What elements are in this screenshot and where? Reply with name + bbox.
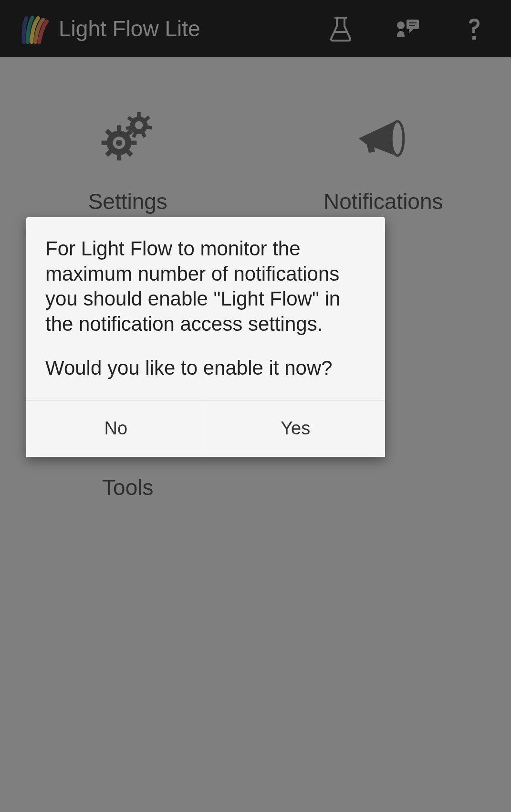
enable-access-dialog: For Light Flow to monitor the maximum nu… bbox=[26, 217, 385, 457]
dialog-message: For Light Flow to monitor the maximum nu… bbox=[26, 217, 385, 400]
dialog-button-row: No Yes bbox=[26, 400, 385, 457]
yes-button[interactable]: Yes bbox=[206, 401, 386, 457]
dialog-message-2: Would you like to enable it now? bbox=[45, 356, 366, 381]
no-button[interactable]: No bbox=[26, 401, 206, 457]
dialog-message-1: For Light Flow to monitor the maximum nu… bbox=[45, 236, 366, 337]
